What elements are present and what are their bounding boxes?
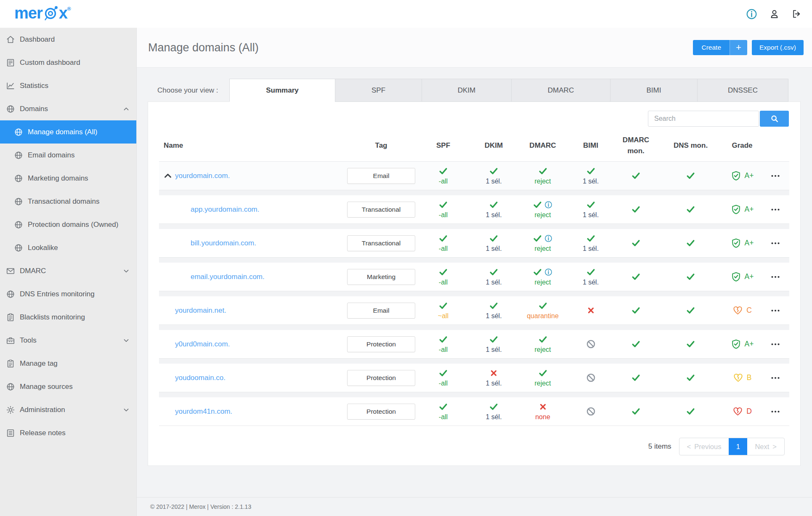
sidebar-item-dashboard[interactable]: Dashboard	[0, 28, 136, 51]
status-value: 1 sél.	[486, 245, 502, 253]
tab-dmarc[interactable]: DMARC	[511, 79, 610, 102]
previous-page-button[interactable]: < Previous	[679, 438, 729, 455]
chevron-up-icon	[122, 105, 130, 113]
sidebar-item-dns-entries-monitoring[interactable]: DNS Entries monitoring	[0, 282, 136, 306]
create-button-label: Create	[693, 44, 730, 51]
sidebar-item-manage-sources[interactable]: Manage sources	[0, 375, 136, 398]
row-actions-button[interactable]	[761, 373, 789, 383]
tag-badge[interactable]: Transactional	[347, 202, 415, 218]
shield-check-icon	[731, 170, 741, 181]
tab-dnssec[interactable]: DNSSEC	[697, 79, 788, 102]
sidebar-item-label: Blacklists monitoring	[20, 313, 85, 322]
tag-badge[interactable]: Transactional	[347, 235, 415, 251]
tag-badge[interactable]: Protection	[347, 404, 415, 420]
status-value: 1 sél.	[486, 279, 502, 286]
column-header-dmarc-mon: DMARC mon.	[614, 135, 658, 157]
row-actions-button[interactable]	[761, 205, 789, 215]
sidebar-item-tools[interactable]: Tools	[0, 329, 136, 352]
dkim-status: 1 sél.	[470, 268, 518, 286]
status-value: 1 sél.	[583, 178, 599, 185]
row-actions-button[interactable]	[761, 238, 789, 248]
sidebar-item-label: Release notes	[20, 429, 66, 437]
grade-letter: A+	[745, 340, 754, 348]
row-actions-button[interactable]	[761, 339, 789, 349]
dkim-status: 1 sél.	[470, 301, 518, 320]
domains-table: NameTagSPFDKIMDMARCBIMIDMARC mon.DNS mon…	[148, 133, 800, 426]
sidebar-item-custom-dashboard[interactable]: Custom dashboard	[0, 51, 136, 74]
sidebar-item-blacklists-monitoring[interactable]: Blacklists monitoring	[0, 306, 136, 329]
status-value: 1 sél.	[486, 178, 502, 185]
spf-status: ~all	[417, 301, 470, 320]
dmarc-monitoring-status	[614, 340, 658, 349]
search-button[interactable]	[760, 111, 789, 127]
dmarc-monitoring-status	[614, 171, 658, 181]
domain-link[interactable]: y0urd0main.com.	[175, 340, 230, 348]
grade-cell: A+	[723, 204, 761, 215]
export-csv-button[interactable]: Export (.csv)	[752, 40, 804, 55]
user-icon[interactable]	[768, 8, 780, 20]
domain-row: bill.yourdomain.com.Transactional-all1 s…	[159, 229, 789, 258]
tag-badge[interactable]: Marketing	[347, 269, 415, 285]
topbar: mer x ®	[0, 0, 812, 28]
sidebar-item-administration[interactable]: Administration	[0, 398, 136, 421]
grade-letter: D	[746, 407, 752, 416]
row-actions-button[interactable]	[761, 171, 789, 181]
tag-badge[interactable]: Protection	[347, 370, 415, 386]
tab-dkim[interactable]: DKIM	[422, 79, 512, 102]
sidebar-item-release-notes[interactable]: Release notes	[0, 421, 136, 444]
row-actions-button[interactable]	[761, 272, 789, 282]
tab-summary[interactable]: Summary	[229, 79, 335, 102]
row-actions-button[interactable]	[761, 306, 789, 316]
grade-letter: A+	[745, 272, 754, 281]
spf-status: -all	[417, 402, 470, 421]
column-header-grade: Grade	[723, 141, 761, 150]
tab-label: BIMI	[647, 86, 661, 95]
domain-link[interactable]: yourdomain.com.	[175, 172, 230, 180]
check-icon	[539, 167, 547, 176]
search-input[interactable]	[648, 111, 759, 127]
domain-link[interactable]: email.yourdomain.com.	[191, 273, 265, 281]
sidebar-item-email-domains[interactable]: Email domains	[0, 144, 136, 167]
ellipsis-icon	[770, 272, 780, 282]
tag-badge[interactable]: Email	[347, 168, 415, 184]
sidebar-item-lookalike[interactable]: Lookalike	[0, 236, 136, 259]
collapse-chevron-icon[interactable]	[163, 171, 173, 181]
domain-row: email.yourdomain.com.Marketing-all1 sél.…	[159, 263, 789, 291]
sidebar-item-marketing-domains[interactable]: Marketing domains	[0, 167, 136, 190]
create-button[interactable]: Create +	[693, 40, 747, 55]
domain-link[interactable]: app.yourdomain.com.	[191, 205, 259, 214]
domain-link[interactable]: yourdom41n.com.	[175, 407, 232, 416]
sidebar-item-dmarc[interactable]: DMARC	[0, 259, 136, 282]
tag-badge[interactable]: Email	[347, 303, 415, 319]
domain-link[interactable]: youdoomain.co.	[175, 374, 226, 382]
search-icon	[770, 114, 779, 123]
info-icon[interactable]	[544, 268, 552, 276]
sidebar-item-manage-domains-all[interactable]: Manage domains (All)	[0, 120, 136, 144]
sidebar-item-statistics[interactable]: Statistics	[0, 74, 136, 97]
grade-letter: A+	[745, 171, 754, 180]
info-icon[interactable]	[544, 234, 552, 242]
status-value: -all	[439, 346, 448, 354]
tag-badge[interactable]: Protection	[347, 336, 415, 352]
ban-icon	[586, 373, 596, 383]
sidebar-item-transactional-domains[interactable]: Transactional domains	[0, 190, 136, 213]
sidebar-item-manage-tag[interactable]: Manage tag	[0, 352, 136, 375]
domain-link[interactable]: yourdomain.net.	[175, 306, 226, 315]
info-icon[interactable]	[746, 8, 757, 20]
domain-link[interactable]: bill.yourdomain.com.	[191, 239, 256, 247]
tag-cell: Protection	[345, 404, 417, 420]
next-page-button[interactable]: Next >	[747, 438, 784, 455]
merox-logo[interactable]: mer x ®	[14, 5, 71, 23]
info-icon[interactable]	[544, 201, 552, 209]
tab-bimi[interactable]: BIMI	[610, 79, 698, 102]
grade-cell: C	[723, 305, 761, 316]
tab-spf[interactable]: SPF	[335, 79, 422, 102]
sidebar-item-domains[interactable]: Domains	[0, 97, 136, 120]
current-page-button[interactable]: 1	[729, 438, 747, 455]
dmarc-status: quarantine	[518, 301, 568, 320]
row-actions-button[interactable]	[761, 407, 789, 417]
dmarc-monitoring-status	[614, 373, 658, 383]
sidebar-item-label: Dashboard	[20, 35, 55, 44]
logout-icon[interactable]	[791, 8, 803, 20]
sidebar-item-protection-domains-owned[interactable]: Protection domains (Owned)	[0, 213, 136, 236]
